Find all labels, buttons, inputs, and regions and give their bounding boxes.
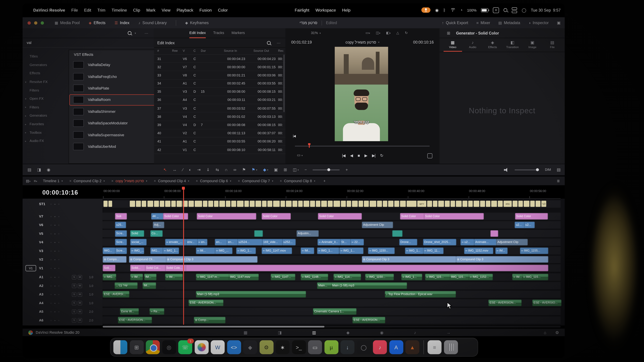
play-reverse-button[interactable]: ◀: [350, 153, 352, 157]
loop-button[interactable]: ↻: [380, 153, 383, 157]
timeline-scrollbar-thumb[interactable]: [103, 326, 324, 328]
clip-soli...[interactable]: Soli...: [103, 265, 116, 271]
project-settings-gear-icon[interactable]: ⚙: [555, 330, 559, 335]
subtitle-cue-block[interactable]: [530, 201, 535, 207]
lock-icon[interactable]: ▫: [50, 293, 52, 296]
subtitle-cue-block[interactable]: [171, 201, 176, 207]
subtitle-cue-block[interactable]: [244, 201, 249, 207]
menu-clip[interactable]: Clip: [133, 8, 140, 12]
edit-index-scrollbar[interactable]: [284, 55, 284, 112]
clip-im...[interactable]: ∞IM...: [301, 248, 314, 254]
index-button[interactable]: ☰Index: [114, 20, 130, 25]
lock-icon[interactable]: ▫: [50, 215, 52, 218]
subtitle-cue-block[interactable]: [498, 201, 502, 207]
subtitle-cue-block[interactable]: [316, 201, 320, 207]
clip-img_1150...[interactable]: ∞IMG_1150...: [365, 274, 394, 280]
clip-solid-color[interactable]: Solid Color: [163, 213, 188, 220]
menubar-app-name[interactable]: DaVinci Resolve: [33, 8, 65, 12]
auto-select-icon[interactable]: ▫: [58, 241, 59, 244]
finder-app-icon[interactable]: [113, 340, 127, 354]
subtitle-cue-block[interactable]: [280, 201, 285, 207]
enable-track-icon[interactable]: ▪: [54, 203, 55, 205]
subtitle-cue-block[interactable]: [176, 201, 182, 207]
inspector-tab-audio[interactable]: ♪Audio: [464, 39, 482, 52]
inspector-button[interactable]: ◑Inspector: [528, 20, 549, 25]
subtitle-cue-block[interactable]: [208, 201, 213, 207]
clip-unnamed[interactable]: [254, 230, 263, 237]
enable-track-icon[interactable]: ▪: [54, 223, 55, 226]
effects-category-toolbox[interactable]: ▸Toolbox: [25, 128, 68, 137]
timeline-tab[interactable]: ×Compound Clip 2▾: [69, 179, 105, 183]
clip-img_1...[interactable]: ∞IMG_1...: [317, 248, 339, 254]
page-fusion-icon[interactable]: ◆: [346, 330, 350, 335]
clip-img_1...[interactable]: ∞IMG_1...: [236, 248, 256, 254]
viewer-zoom-dropdown[interactable]: 31%▾: [311, 31, 321, 35]
subtitle-cue-block[interactable]: [341, 201, 346, 207]
clip-solid-color[interactable]: Solid Color: [424, 213, 484, 220]
utorrent-app-icon[interactable]: µ: [324, 340, 338, 354]
viewer-scrubber[interactable]: [295, 146, 430, 146]
camera-app-icon[interactable]: ◎: [162, 340, 176, 354]
metadata-button[interactable]: ▤Metadata: [498, 20, 520, 25]
page-cut-icon[interactable]: ◨: [278, 330, 282, 335]
auto-select-icon[interactable]: ▫: [58, 293, 59, 296]
subtitle-cue-block[interactable]: [400, 201, 406, 207]
clip-img_115...[interactable]: IMG_115...: [450, 274, 470, 280]
subtitle-cue-block[interactable]: [292, 201, 297, 207]
viewer-multisource-icon[interactable]: ◫▾: [376, 31, 380, 35]
subtitle-cue-block[interactable]: [188, 201, 194, 207]
clip-u2524...[interactable]: u2524...: [238, 239, 262, 245]
clip-scre..[interactable]: Scre..: [115, 239, 127, 245]
clip-eerie-w...[interactable]: Eerie W...: [120, 308, 139, 315]
auto-select-icon[interactable]: ▫: [58, 258, 59, 261]
destination-track-badge[interactable]: V1: [26, 265, 36, 271]
clip-compound-clip-3[interactable]: ⊞Compound Clip 3: [456, 256, 548, 263]
clip-solid...[interactable]: Solid...: [130, 265, 146, 271]
subtitle-cue-block[interactable]: [250, 201, 254, 207]
effects-category-effects[interactable]: Effects: [25, 69, 68, 77]
effects-search-icon[interactable]: [128, 31, 132, 35]
inspector-tab-video[interactable]: ▦Video: [444, 39, 462, 52]
clip-img_...[interactable]: ∞IMG_...: [215, 248, 232, 254]
screen-sharing-app-icon[interactable]: ▭: [308, 340, 322, 354]
track-header-A5[interactable]: A5▫▪▫SM2.0: [24, 308, 102, 315]
subtitle-cue-block[interactable]: [165, 201, 170, 207]
subtitle-cue-block[interactable]: [310, 201, 315, 207]
clip-u25..[interactable]: u25..: [115, 222, 126, 228]
bluetooth-icon[interactable]: ᛒ: [443, 8, 446, 12]
mute-button[interactable]: M: [78, 283, 82, 288]
inspector-tab-image[interactable]: ▣Image: [523, 39, 542, 52]
play-button[interactable]: ▶: [364, 153, 367, 157]
subtitle-cue-block[interactable]: [298, 201, 303, 207]
track-lane-V6[interactable]: [103, 221, 561, 229]
menu-timeline[interactable]: Timeline: [112, 8, 127, 12]
subtitle-cue-block[interactable]: [427, 201, 432, 207]
tab-edit-index[interactable]: Edit Index: [189, 28, 206, 38]
project-manager-icon[interactable]: ⌂: [544, 330, 546, 335]
lock-icon[interactable]: ▫: [50, 319, 52, 322]
clip-re...[interactable]: ∞Re...: [150, 308, 164, 315]
edit-index-row[interactable]: 36A4C00:00:03:1100:00:03:2100:: [154, 96, 286, 104]
clip-u2...[interactable]: u2...: [515, 222, 526, 228]
timeline-tab[interactable]: Timeline 1▾: [43, 179, 63, 183]
snapping-magnet-button[interactable]: ∩: [225, 167, 228, 172]
effects-options-icon[interactable]: ···: [144, 31, 148, 35]
subtitle-cue-block[interactable]: [237, 201, 244, 207]
clip-en...[interactable]: en...: [227, 239, 238, 245]
mixer-button[interactable]: ≡Mixer: [476, 20, 490, 25]
viewer-mode-dropdown[interactable]: ▭ ▾: [297, 153, 303, 157]
edit-index-row[interactable]: 34A1C00:00:02:4500:00:03:5500:: [154, 79, 286, 88]
clip-img_1147.m...[interactable]: ∞IMG_1147.m...: [196, 274, 230, 280]
subtitle-cue-block[interactable]: [456, 201, 462, 207]
brave-browser-app-icon[interactable]: ▲: [405, 340, 419, 354]
effects-category-audio-fx[interactable]: ▸Audio FX: [25, 137, 68, 145]
clip-im...[interactable]: ∞IM...: [165, 274, 183, 280]
subtitle-cue-block[interactable]: [136, 201, 141, 207]
media-pool-button[interactable]: ▦Media Pool: [55, 20, 80, 25]
subtitle-cue-block[interactable]: [388, 201, 394, 207]
add-timeline-tab-button[interactable]: +: [324, 179, 326, 183]
zoom-fit-button[interactable]: ▣: [274, 167, 278, 172]
track-lane-A3[interactable]: [103, 291, 561, 298]
clip-img_115...[interactable]: ∞IMG_115...: [425, 274, 451, 280]
effects-search-row[interactable]: val ×: [23, 38, 154, 48]
